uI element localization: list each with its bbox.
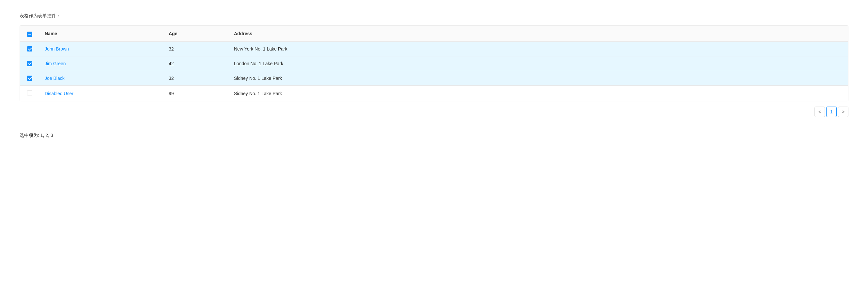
- row-3-age: 99: [163, 86, 229, 101]
- pagination: < 1 >: [814, 107, 848, 117]
- row-3-address: Sidney No. 1 Lake Park: [229, 86, 848, 101]
- row-2-name-cell: Joe Black: [39, 71, 163, 86]
- page-1-button[interactable]: 1: [826, 107, 837, 117]
- data-table: Name Age Address John Brown32New York No…: [20, 26, 848, 101]
- row-3-name-link: Disabled User: [45, 91, 73, 96]
- row-2-checkbox-cell: [20, 71, 39, 86]
- row-0-name-link[interactable]: John Brown: [45, 46, 69, 52]
- table-container: Name Age Address John Brown32New York No…: [20, 26, 848, 101]
- pagination-wrapper: < 1 >: [20, 101, 848, 122]
- row-0-checkbox-cell: [20, 42, 39, 56]
- row-3-checkbox-box: [27, 90, 32, 96]
- table-row: Disabled User99Sidney No. 1 Lake Park: [20, 86, 848, 101]
- row-2-checkbox[interactable]: [27, 76, 32, 81]
- row-1-name-cell: Jim Green: [39, 56, 163, 71]
- page-title: 表格作为表单控件：: [20, 13, 848, 19]
- row-2-name-link[interactable]: Joe Black: [45, 76, 65, 81]
- row-1-checkbox-box: [27, 61, 32, 66]
- row-3-checkbox: [27, 90, 32, 96]
- row-2-checkbox-box: [27, 76, 32, 81]
- header-address: Address: [229, 26, 848, 42]
- next-page-button[interactable]: >: [838, 107, 848, 117]
- table-row: John Brown32New York No. 1 Lake Park: [20, 42, 848, 56]
- row-0-checkbox[interactable]: [27, 46, 32, 52]
- row-3-name-cell: Disabled User: [39, 86, 163, 101]
- table-row: Joe Black32Sidney No. 1 Lake Park: [20, 71, 848, 86]
- header-age: Age: [163, 26, 229, 42]
- row-1-age: 42: [163, 56, 229, 71]
- prev-page-button[interactable]: <: [814, 107, 825, 117]
- row-0-age: 32: [163, 42, 229, 56]
- header-checkbox-box: [27, 32, 32, 37]
- row-1-name-link[interactable]: Jim Green: [45, 61, 66, 66]
- row-1-checkbox[interactable]: [27, 61, 32, 66]
- row-3-checkbox-cell: [20, 86, 39, 101]
- row-2-age: 32: [163, 71, 229, 86]
- row-0-name-cell: John Brown: [39, 42, 163, 56]
- row-1-checkbox-cell: [20, 56, 39, 71]
- selected-info: 选中项为: 1, 2, 3: [20, 133, 848, 138]
- table-row: Jim Green42London No. 1 Lake Park: [20, 56, 848, 71]
- header-checkbox[interactable]: [27, 32, 32, 37]
- table-header-row: Name Age Address: [20, 26, 848, 42]
- header-name: Name: [39, 26, 163, 42]
- header-checkbox-cell: [20, 26, 39, 42]
- row-1-address: London No. 1 Lake Park: [229, 56, 848, 71]
- row-0-address: New York No. 1 Lake Park: [229, 42, 848, 56]
- row-0-checkbox-box: [27, 46, 32, 52]
- row-2-address: Sidney No. 1 Lake Park: [229, 71, 848, 86]
